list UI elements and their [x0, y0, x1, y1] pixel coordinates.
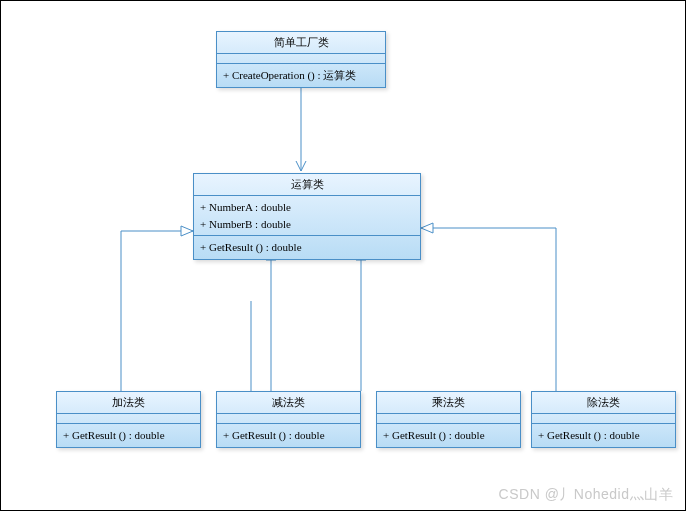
class-add: 加法类 + GetResult () : double [56, 391, 201, 448]
class-div: 除法类 + GetResult () : double [531, 391, 676, 448]
class-operation-attr2: + NumberB : double [200, 216, 414, 233]
class-sub-method: + GetResult () : double [217, 424, 360, 447]
class-sub-attrs [217, 414, 360, 424]
diagram-canvas: 简单工厂类 + CreateOperation () : 运算类 运算类 + N… [0, 0, 686, 511]
class-mul-method: + GetResult () : double [377, 424, 520, 447]
class-mul-title: 乘法类 [377, 392, 520, 414]
class-add-attrs [57, 414, 200, 424]
class-add-method: + GetResult () : double [57, 424, 200, 447]
class-mul-attrs [377, 414, 520, 424]
class-operation-attr1: + NumberA : double [200, 199, 414, 216]
class-factory-method: + CreateOperation () : 运算类 [217, 64, 385, 87]
class-operation-title: 运算类 [194, 174, 420, 196]
class-sub: 减法类 + GetResult () : double [216, 391, 361, 448]
class-factory: 简单工厂类 + CreateOperation () : 运算类 [216, 31, 386, 88]
class-sub-title: 减法类 [217, 392, 360, 414]
class-mul: 乘法类 + GetResult () : double [376, 391, 521, 448]
class-operation-attrs: + NumberA : double + NumberB : double [194, 196, 420, 236]
watermark-text: CSDN @丿Nohedid灬山羊 [499, 486, 673, 504]
class-operation: 运算类 + NumberA : double + NumberB : doubl… [193, 173, 421, 260]
class-div-attrs [532, 414, 675, 424]
class-factory-attrs [217, 54, 385, 64]
class-div-title: 除法类 [532, 392, 675, 414]
class-div-method: + GetResult () : double [532, 424, 675, 447]
class-add-title: 加法类 [57, 392, 200, 414]
class-factory-title: 简单工厂类 [217, 32, 385, 54]
class-operation-method: + GetResult () : double [194, 236, 420, 259]
